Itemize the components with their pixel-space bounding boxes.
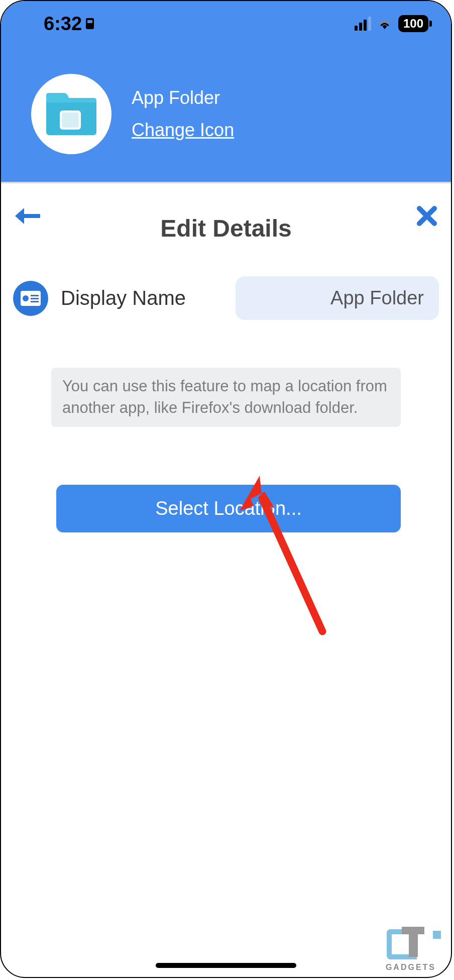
time-text: 6:32 [44,13,82,35]
svg-rect-1 [62,113,79,128]
watermark [387,927,441,962]
status-indicators: 100 [355,15,428,32]
svg-rect-4 [31,295,39,296]
wifi-icon [377,18,392,29]
svg-rect-5 [31,298,39,299]
header-text: App Folder Change Icon [132,87,234,141]
svg-point-3 [23,295,29,301]
header-section: App Folder Change Icon [1,46,451,182]
select-location-button[interactable]: Select Location... [56,485,401,532]
watermark-dot [433,931,441,939]
watermark-text: GADGETS [386,963,436,972]
header-title: App Folder [132,87,234,108]
cellular-signal-icon [355,17,371,31]
info-text: You can use this feature to map a locati… [51,368,401,427]
nav-row: Edit Details [1,183,451,234]
status-time: 6:32 [44,13,94,35]
folder-avatar[interactable] [31,74,111,154]
back-arrow-icon[interactable] [15,206,40,226]
id-badge-icon [13,281,48,316]
close-icon[interactable] [417,206,437,226]
display-name-input[interactable]: App Folder [236,276,439,320]
display-name-label: Display Name [61,287,186,309]
battery-level: 100 [403,17,423,30]
device-frame: 6:32 100 Ap [0,0,452,978]
status-bar: 6:32 100 [1,1,451,46]
face-id-icon [86,18,94,29]
home-indicator[interactable] [156,963,296,968]
watermark-logo [387,927,427,962]
svg-rect-6 [31,301,39,302]
change-icon-link[interactable]: Change Icon [132,120,234,141]
page-title: Edit Details [160,214,291,242]
battery-indicator: 100 [398,15,428,32]
folder-icon [44,91,99,137]
display-name-row: Display Name App Folder [1,234,451,320]
